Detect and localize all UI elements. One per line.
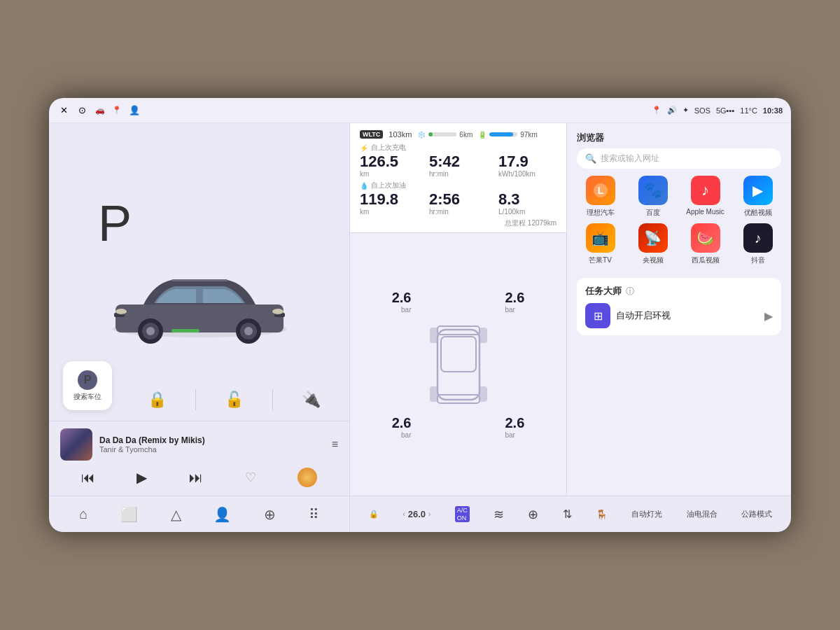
home-nav-icon[interactable]: ⌂	[79, 506, 88, 522]
status-bar: ✕ ⊙ 🚗 📍 👤 📍 🔊 ✦ SOS 5G▪▪▪ 11°C 10:38	[49, 98, 791, 123]
status-bar-left: ✕ ⊙ 🚗 📍 👤	[57, 104, 141, 117]
apple-music-icon: ♪	[691, 176, 720, 205]
mango-icon: 📺	[586, 223, 615, 253]
apps-nav-icon[interactable]: ⠿	[309, 506, 319, 523]
play-button[interactable]: ▶	[136, 469, 147, 486]
back-nav-icon[interactable]: △	[171, 506, 181, 523]
search-placeholder: 搜索或输入网址	[601, 153, 659, 164]
svg-rect-20	[430, 386, 438, 402]
app-douyin[interactable]: ♪ 抖音	[734, 223, 781, 265]
equalizer-icon[interactable]: ≡	[332, 438, 338, 451]
total-mileage: 总里程 12079km	[360, 218, 556, 228]
battery-range-bar	[489, 132, 517, 136]
apple-music-label: Apple Music	[686, 208, 724, 216]
svg-rect-19	[479, 328, 487, 343]
music-text: Da Da Da (Remix by Mikis) Tanir & Tyomch…	[99, 435, 325, 454]
app-lixiang[interactable]: L 理想汽车	[577, 176, 624, 218]
charge-energy-unit: kWh/100km	[498, 170, 556, 178]
prev-button[interactable]: ⏮	[81, 470, 95, 486]
ac-control[interactable]: A/CON	[455, 506, 470, 523]
location-icon: 📍	[652, 106, 662, 115]
charge-distance-value: 126.5	[360, 154, 418, 169]
app-cctv[interactable]: 📡 央视频	[629, 223, 676, 265]
window-nav-icon[interactable]: ⬜	[120, 506, 138, 523]
like-button[interactable]: ♡	[245, 470, 256, 485]
search-bar[interactable]: 🔍 搜索或输入网址	[577, 148, 781, 169]
bottom-bar: ⌂ ⬜ △ 👤 ⊕ ⠿ 🔒 ‹ 26.0 › A/CON ≋ ⊕	[49, 496, 791, 532]
road-mode-control[interactable]: 公路模式	[741, 509, 772, 519]
app-youku[interactable]: ▶ 优酷视频	[734, 176, 781, 218]
car-display-area: P	[49, 123, 349, 421]
door-lock-control[interactable]: 🔒	[369, 510, 379, 519]
volume-icon: 🔊	[667, 106, 677, 115]
fan-control[interactable]: ⊕	[528, 507, 538, 522]
charge-icon[interactable]: 🔌	[302, 391, 321, 409]
fuel-distance: 119.8 km	[360, 192, 418, 216]
auto-light-control[interactable]: 自动灯光	[631, 509, 662, 519]
fuel-time-unit: hr:min	[429, 208, 487, 216]
tire-rear-right: 2.6 bar	[500, 415, 560, 439]
music-controls: ⏮ ▶ ⏭ ♡	[60, 466, 338, 489]
close-icon[interactable]: ✕	[57, 104, 70, 117]
search-parking-button[interactable]: P 搜索车位	[63, 361, 112, 410]
stats-section: WLTC 103km ❄️ 6km 🔋 97km	[350, 123, 566, 233]
app-apple-music[interactable]: ♪ Apple Music	[682, 176, 729, 218]
tire-section: 2.6 bar	[350, 233, 566, 496]
gear-indicator: P	[98, 198, 132, 248]
next-button[interactable]: ⏭	[189, 470, 203, 486]
sos-label: SOS	[694, 106, 710, 115]
heat-control[interactable]: ≋	[493, 507, 504, 522]
charge-time: 5:42 hr:min	[429, 154, 487, 178]
settings-icon[interactable]: ⊙	[76, 104, 88, 117]
seat-heat-control[interactable]: 🪑	[596, 509, 608, 520]
car-icon[interactable]: 🚗	[94, 104, 106, 117]
auto-light-label: 自动灯光	[631, 509, 662, 519]
task-item-text: 自动开启环视	[616, 309, 759, 322]
app-xigua[interactable]: 🍉 西瓜视频	[682, 223, 729, 265]
wltc-range: 103km	[388, 130, 412, 139]
divider2	[272, 389, 273, 410]
temperature-label: 11°C	[740, 106, 757, 115]
temp-left-chevron[interactable]: ‹	[402, 510, 405, 518]
lixiang-label: 理想汽车	[587, 208, 615, 218]
temperature-control[interactable]: ‹ 26.0 ›	[402, 509, 430, 519]
task-arrow-icon[interactable]: ▶	[764, 309, 773, 323]
cold-range-value: 6km	[459, 131, 472, 139]
battery-range-item: 🔋 97km	[478, 131, 537, 139]
lock-icon[interactable]: 🔒	[148, 391, 167, 409]
app-grid: L 理想汽车 🐾 百度 ♪	[577, 176, 781, 265]
cold-range-fill	[428, 132, 433, 136]
album-art	[60, 428, 92, 461]
svg-rect-15	[441, 337, 476, 372]
menu-nav-icon[interactable]: ⊕	[264, 506, 276, 523]
person-nav-icon[interactable]: 👤	[214, 506, 231, 523]
mango-label: 芒果TV	[589, 255, 612, 265]
hybrid-control[interactable]: 油电混合	[687, 509, 718, 519]
unlock-icon[interactable]: 🔓	[225, 391, 244, 409]
cctv-label: 央视频	[643, 255, 664, 265]
ac-badge: A/CON	[455, 506, 470, 523]
airflow-icon: ⇅	[563, 507, 572, 521]
airflow-control[interactable]: ⇅	[563, 507, 572, 521]
douyin-label: 抖音	[751, 255, 765, 265]
right-panel: 浏览器 🔍 搜索或输入网址 L 理想汽车	[567, 123, 791, 496]
dashboard-frame: ✕ ⊙ 🚗 📍 👤 📍 🔊 ✦ SOS 5G▪▪▪ 11°C 10:38 P	[49, 98, 791, 532]
task-item-row[interactable]: ⊞ 自动开启环视 ▶	[585, 303, 773, 328]
car-outline-container	[420, 312, 497, 417]
svg-point-5	[146, 327, 155, 335]
cold-range-bar	[428, 132, 456, 136]
app-baidu[interactable]: 🐾 百度	[629, 176, 676, 218]
profile-icon[interactable]: 👤	[128, 104, 141, 117]
temp-right-chevron[interactable]: ›	[428, 510, 430, 518]
app-mango[interactable]: 📺 芒果TV	[577, 223, 624, 265]
music-title: Da Da Da (Remix by Mikis)	[99, 435, 325, 445]
fuel-label: 💧 自上次加油	[360, 181, 556, 190]
task-info-icon: ⓘ	[626, 286, 634, 298]
lixiang-icon: L	[586, 176, 615, 205]
middle-panel: WLTC 103km ❄️ 6km 🔋 97km	[350, 123, 567, 496]
svg-point-12	[115, 309, 127, 314]
charge-time-value: 5:42	[429, 154, 487, 169]
charge-label: ⚡ 自上次充电	[360, 143, 556, 153]
bottom-nav: ⌂ ⬜ △ 👤 ⊕ ⠿	[49, 496, 350, 532]
range-row: WLTC 103km ❄️ 6km 🔋 97km	[360, 130, 556, 139]
